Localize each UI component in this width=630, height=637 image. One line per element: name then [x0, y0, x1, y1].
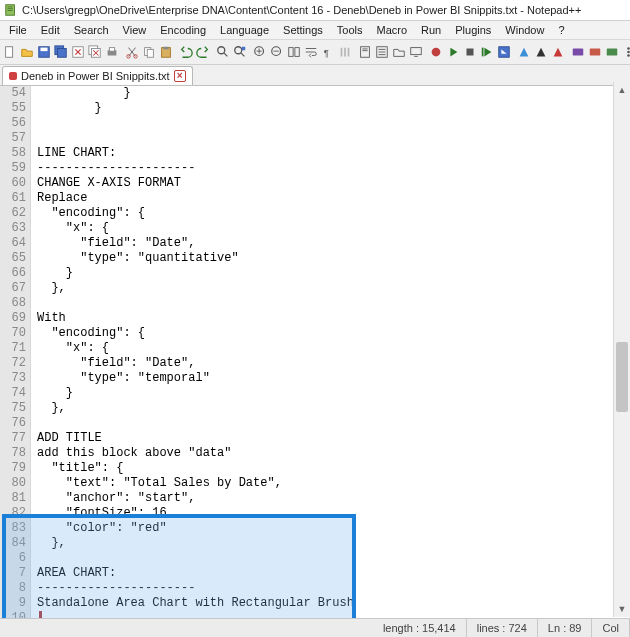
replace-icon[interactable]	[232, 42, 248, 62]
macro-save-icon[interactable]	[496, 42, 512, 62]
paste-icon[interactable]	[158, 42, 174, 62]
close-all-icon[interactable]	[87, 42, 103, 62]
code-line[interactable]: },	[31, 281, 630, 296]
menu-[interactable]: ?	[551, 23, 571, 37]
cut-icon[interactable]	[124, 42, 140, 62]
undo-icon[interactable]	[178, 42, 194, 62]
menu-tools[interactable]: Tools	[330, 23, 370, 37]
macro-play-icon[interactable]	[445, 42, 461, 62]
show-all-chars-icon[interactable]: ¶	[320, 42, 336, 62]
modified-dot-icon	[9, 72, 17, 80]
menu-encoding[interactable]: Encoding	[153, 23, 213, 37]
folder-workspace-icon[interactable]	[391, 42, 407, 62]
code-line[interactable]: "anchor": "start",	[31, 491, 630, 506]
close-file-icon[interactable]	[70, 42, 86, 62]
doc-map-icon[interactable]	[357, 42, 373, 62]
menu-run[interactable]: Run	[414, 23, 448, 37]
macro-record-icon[interactable]	[428, 42, 444, 62]
save-all-icon[interactable]	[53, 42, 69, 62]
code-line[interactable]: }	[31, 86, 630, 101]
scroll-thumb[interactable]	[616, 342, 628, 412]
blue-triangle-icon[interactable]	[516, 42, 532, 62]
code-line[interactable]: "text": "Total Sales by Date",	[31, 476, 630, 491]
code-line[interactable]: "encoding": {	[31, 326, 630, 341]
code-area[interactable]: } }LINE CHART:----------------------CHAN…	[31, 86, 630, 621]
code-line[interactable]	[31, 551, 630, 566]
menu-settings[interactable]: Settings	[276, 23, 330, 37]
badge3-icon[interactable]	[604, 42, 620, 62]
file-tab[interactable]: Deneb in Power BI Snippits.txt ×	[2, 66, 193, 85]
badge1-icon[interactable]	[570, 42, 586, 62]
menu-window[interactable]: Window	[498, 23, 551, 37]
tab-close-icon[interactable]: ×	[174, 70, 186, 82]
menu-search[interactable]: Search	[67, 23, 116, 37]
code-line[interactable]: }	[31, 101, 630, 116]
bullet-list-icon[interactable]	[624, 42, 630, 62]
save-icon[interactable]	[36, 42, 52, 62]
scroll-down-arrow-icon[interactable]: ▼	[614, 601, 630, 617]
code-line[interactable]: "type": "temporal"	[31, 371, 630, 386]
zoom-in-icon[interactable]	[252, 42, 268, 62]
svg-rect-28	[361, 47, 370, 58]
code-line[interactable]: LINE CHART:	[31, 146, 630, 161]
new-icon[interactable]	[2, 42, 18, 62]
code-line[interactable]: "color": "red"	[31, 521, 630, 536]
scroll-up-arrow-icon[interactable]: ▲	[614, 82, 630, 98]
code-line[interactable]: CHANGE X-AXIS FORMAT	[31, 176, 630, 191]
menu-language[interactable]: Language	[213, 23, 276, 37]
menu-plugins[interactable]: Plugins	[448, 23, 498, 37]
zoom-out-icon[interactable]	[269, 42, 285, 62]
menu-macro[interactable]: Macro	[369, 23, 414, 37]
code-line[interactable]	[31, 116, 630, 131]
code-line[interactable]: "x": {	[31, 341, 630, 356]
red-triangle-icon[interactable]	[550, 42, 566, 62]
code-line[interactable]: "x": {	[31, 221, 630, 236]
black-triangle-icon[interactable]	[533, 42, 549, 62]
code-line[interactable]: "encoding": {	[31, 206, 630, 221]
code-line[interactable]: "title": {	[31, 461, 630, 476]
code-line[interactable]: "field": "Date",	[31, 356, 630, 371]
code-line[interactable]	[31, 296, 630, 311]
svg-point-39	[627, 47, 630, 50]
macro-repeat-icon[interactable]	[479, 42, 495, 62]
open-icon[interactable]	[19, 42, 35, 62]
vertical-scrollbar[interactable]: ▲ ▼	[613, 82, 630, 617]
code-line[interactable]: Standalone Area Chart with Rectangular B…	[31, 596, 630, 611]
code-line[interactable]: add this block above "data"	[31, 446, 630, 461]
redo-icon[interactable]	[195, 42, 211, 62]
code-line[interactable]: ----------------------	[31, 161, 630, 176]
print-icon[interactable]	[104, 42, 120, 62]
monitor-icon[interactable]	[408, 42, 424, 62]
code-line[interactable]: },	[31, 401, 630, 416]
code-editor[interactable]: 5455565758596061626364656667686970717273…	[0, 86, 630, 621]
code-line[interactable]: }	[31, 266, 630, 281]
code-line[interactable]: "type": "quantitative"	[31, 251, 630, 266]
code-line[interactable]: }	[31, 386, 630, 401]
menu-view[interactable]: View	[116, 23, 154, 37]
code-line[interactable]	[31, 416, 630, 431]
code-line[interactable]: With	[31, 311, 630, 326]
menu-file[interactable]: File	[2, 23, 34, 37]
code-line[interactable]: AREA CHART:	[31, 566, 630, 581]
find-icon[interactable]	[215, 42, 231, 62]
toolbar: ¶	[0, 40, 630, 65]
function-list-icon[interactable]	[374, 42, 390, 62]
code-line[interactable]: "fontSize": 16,	[31, 506, 630, 521]
window-titlebar: C:\Users\gregp\OneDrive\Enterprise DNA\C…	[0, 0, 630, 21]
word-wrap-icon[interactable]	[303, 42, 319, 62]
badge2-icon[interactable]	[587, 42, 603, 62]
sync-scroll-icon[interactable]	[286, 42, 302, 62]
code-line[interactable]: ADD TITLE	[31, 431, 630, 446]
status-col: Col	[592, 619, 630, 637]
code-line[interactable]: Replace	[31, 191, 630, 206]
copy-icon[interactable]	[141, 42, 157, 62]
indent-guide-icon[interactable]	[337, 42, 353, 62]
code-line[interactable]: ----------------------	[31, 581, 630, 596]
macro-stop-icon[interactable]	[462, 42, 478, 62]
code-line[interactable]: "field": "Date",	[31, 236, 630, 251]
menubar[interactable]: FileEditSearchViewEncodingLanguageSettin…	[0, 21, 630, 40]
code-line[interactable]: },	[31, 536, 630, 551]
svg-rect-26	[295, 48, 299, 57]
menu-edit[interactable]: Edit	[34, 23, 67, 37]
code-line[interactable]	[31, 131, 630, 146]
